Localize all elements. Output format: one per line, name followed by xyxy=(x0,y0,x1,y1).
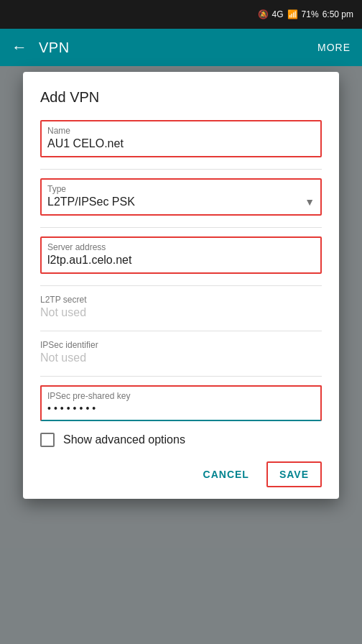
network-type: 4G xyxy=(272,9,284,19)
type-field-container[interactable]: Type L2TP/IPSec PSK ▼ xyxy=(40,178,322,216)
nav-bar: ← VPN MORE xyxy=(0,29,362,66)
status-bar: 🔕 4G 📶 71% 6:50 pm xyxy=(0,0,362,29)
back-button[interactable]: ← xyxy=(11,38,27,57)
dialog-buttons: CANCEL SAVE xyxy=(40,461,322,487)
l2tp-secret-field[interactable]: L2TP secret Not used xyxy=(40,295,322,319)
ipsec-key-value: •••••••• xyxy=(47,402,315,414)
ipsec-id-field[interactable]: IPSec identifier Not used xyxy=(40,340,322,364)
advanced-options-checkbox[interactable] xyxy=(40,433,55,447)
dropdown-arrow-icon: ▼ xyxy=(305,196,315,208)
name-value: AU1 CELO.net xyxy=(47,137,315,150)
server-label: Server address xyxy=(47,242,315,252)
status-icons: 🔕 4G 📶 71% 6:50 pm xyxy=(258,9,353,19)
advanced-options-label: Show advanced options xyxy=(63,433,185,446)
ipsec-key-label: IPSec pre-shared key xyxy=(47,391,315,401)
type-label: Type xyxy=(47,184,315,194)
name-label: Name xyxy=(47,126,315,136)
type-value: L2TP/IPSec PSK xyxy=(47,196,135,208)
server-field-container[interactable]: Server address l2tp.au1.celo.net xyxy=(40,236,322,274)
dialog-overlay: Add VPN Name AU1 CELO.net Type L2TP/IPSe… xyxy=(0,66,362,644)
name-field-container[interactable]: Name AU1 CELO.net xyxy=(40,120,322,157)
time-display: 6:50 pm xyxy=(322,9,353,19)
add-vpn-dialog: Add VPN Name AU1 CELO.net Type L2TP/IPSe… xyxy=(23,72,339,499)
cancel-button[interactable]: CANCEL xyxy=(192,461,261,487)
more-button[interactable]: MORE xyxy=(317,42,351,53)
battery-level: 71% xyxy=(302,9,319,19)
ipsec-key-field-container[interactable]: IPSec pre-shared key •••••••• xyxy=(40,385,322,421)
ipsec-id-label: IPSec identifier xyxy=(40,340,322,350)
advanced-options-row[interactable]: Show advanced options xyxy=(40,433,322,447)
silent-icon: 🔕 xyxy=(258,9,269,19)
ipsec-id-placeholder: Not used xyxy=(40,351,86,364)
l2tp-secret-placeholder: Not used xyxy=(40,306,86,318)
signal-icon: 📶 xyxy=(287,9,298,19)
page-title: VPN xyxy=(39,40,317,56)
save-button[interactable]: SAVE xyxy=(266,461,322,487)
dialog-title: Add VPN xyxy=(40,89,322,106)
server-value: l2tp.au1.celo.net xyxy=(47,254,315,267)
l2tp-secret-label: L2TP secret xyxy=(40,295,322,305)
